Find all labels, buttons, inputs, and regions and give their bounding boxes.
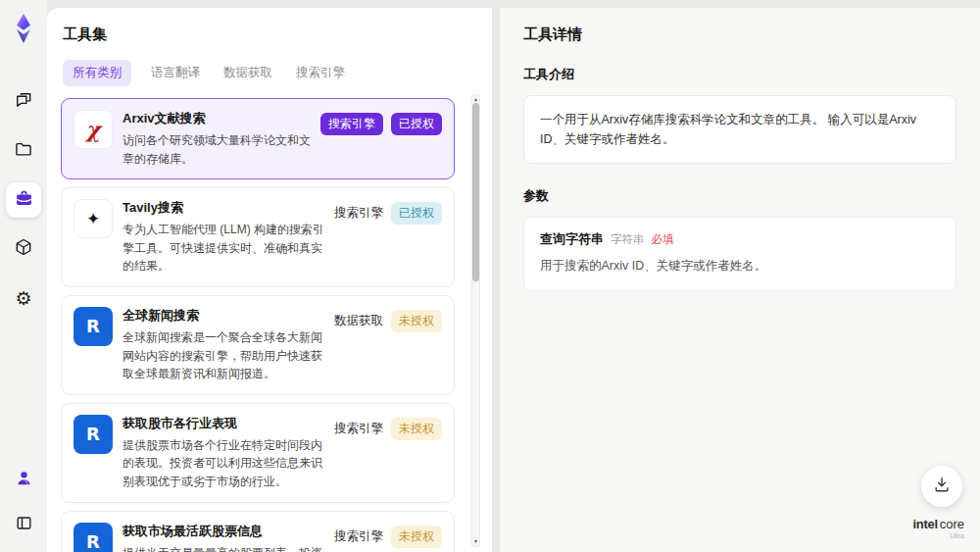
tool-card[interactable]: ✦ Tavily搜索 专为人工智能代理 (LLM) 构建的搜索引擎工具。可快速提… bbox=[61, 187, 455, 287]
tool-auth-badge: 未授权 bbox=[391, 526, 442, 548]
category-tabs: 所有类别 语言翻译 数据获取 搜索引擎 bbox=[63, 60, 478, 86]
tool-category-badge: 搜索引擎 bbox=[320, 113, 383, 135]
tool-description: 专为人工智能代理 (LLM) 构建的搜索引擎工具。可快速提供实时、准确和真实的结… bbox=[122, 221, 324, 276]
scroll-down-icon[interactable]: ▾ bbox=[472, 538, 479, 545]
tool-auth-badge: 未授权 bbox=[391, 310, 442, 332]
tool-description: 提供股票市场各个行业在特定时间段内的表现。投资者可以利用这些信息来识别表现优于或… bbox=[122, 436, 324, 491]
tool-auth-badge: 未授权 bbox=[391, 418, 442, 440]
scrollbar-thumb[interactable] bbox=[472, 103, 479, 281]
tab-search-engine[interactable]: 搜索引擎 bbox=[292, 60, 349, 86]
sidebar-item-account[interactable] bbox=[6, 462, 41, 497]
sidebar-item-files[interactable] bbox=[6, 133, 41, 169]
sidebar-item-settings[interactable]: ⚙ bbox=[6, 280, 41, 316]
news-api-logo-icon: R bbox=[86, 318, 100, 335]
news-api-logo-icon: R bbox=[86, 533, 100, 551]
briefcase-icon bbox=[14, 188, 34, 213]
tool-description: 访问各个研究领域大量科学论文和文章的存储库。 bbox=[122, 131, 311, 168]
params-heading: 参数 bbox=[523, 187, 956, 205]
intel-brand-text: intel bbox=[912, 517, 937, 531]
tab-all-categories[interactable]: 所有类别 bbox=[63, 60, 131, 86]
panel-toggle-icon bbox=[15, 514, 33, 536]
tool-category-badge: 数据获取 bbox=[334, 313, 383, 329]
tool-list: χ Arxiv文献搜索 访问各个研究领域大量科学论文和文章的存储库。 搜索引擎 … bbox=[61, 98, 478, 552]
sidebar-item-models[interactable] bbox=[6, 231, 41, 267]
tool-card[interactable]: χ Arxiv文献搜索 访问各个研究领域大量科学论文和文章的存储库。 搜索引擎 … bbox=[61, 98, 455, 179]
left-rail: ⚙ bbox=[0, 0, 47, 552]
tool-card[interactable]: R 获取股市各行业表现 提供股票市场各个行业在特定时间段内的表现。投资者可以利用… bbox=[61, 403, 455, 503]
user-icon bbox=[15, 469, 33, 491]
tool-description: 提供当天交易量最高的股票列表，投资者可以利用这些信息来识别流动性强的股票和潜在的… bbox=[122, 544, 324, 552]
tool-icon: ✦ bbox=[74, 199, 113, 238]
parameter-type: 字符串 bbox=[611, 232, 645, 247]
download-icon bbox=[932, 475, 952, 498]
gear-icon: ⚙ bbox=[15, 289, 31, 308]
news-api-logo-icon: R bbox=[86, 426, 100, 443]
page-title: 工具集 bbox=[63, 25, 478, 44]
tool-icon: χ bbox=[74, 110, 113, 149]
tool-name: 全球新闻搜索 bbox=[122, 307, 324, 325]
folder-icon bbox=[14, 139, 33, 163]
sidebar-item-chat[interactable] bbox=[6, 84, 41, 120]
tool-icon: R bbox=[74, 307, 113, 346]
parameter-name: 查询字符串 bbox=[540, 230, 604, 248]
tool-auth-badge: 已授权 bbox=[391, 202, 442, 225]
parameter-required-flag: 必填 bbox=[652, 232, 674, 247]
tool-category-badge: 搜索引擎 bbox=[334, 205, 383, 222]
tool-card[interactable]: R 获取市场最活跃股票信息 提供当天交易量最高的股票列表，投资者可以利用这些信息… bbox=[61, 511, 455, 552]
tool-description: 全球新闻搜索是一个聚合全球各大新闻网站内容的搜索引擎，帮助用户快速获取全球最新资… bbox=[122, 328, 324, 383]
detail-title: 工具详情 bbox=[523, 25, 956, 44]
tool-detail-panel: 工具详情 工具介绍 一个用于从Arxiv存储库搜索科学论文和文章的工具。 输入可… bbox=[500, 8, 980, 552]
scrollbar[interactable]: ▴ ▾ bbox=[471, 94, 480, 547]
tool-category-badge: 搜索引擎 bbox=[334, 421, 383, 437]
parameter-description: 用于搜索的Arxiv ID、关键字或作者姓名。 bbox=[540, 257, 940, 276]
tab-language-translation[interactable]: 语言翻译 bbox=[147, 60, 204, 86]
sidebar-item-collapse[interactable] bbox=[6, 507, 41, 542]
tool-icon: R bbox=[74, 415, 113, 454]
tool-auth-badge: 已授权 bbox=[391, 113, 442, 135]
download-button[interactable] bbox=[921, 466, 962, 507]
scroll-up-icon[interactable]: ▴ bbox=[472, 96, 479, 103]
tab-data-acquisition[interactable]: 数据获取 bbox=[220, 60, 276, 86]
sidebar-item-tools[interactable] bbox=[6, 182, 41, 218]
intel-sub-text: Ultra bbox=[912, 532, 964, 540]
sparkle-icon: ✦ bbox=[86, 211, 100, 227]
chat-icon bbox=[14, 90, 33, 114]
tool-list-panel: 工具集 所有类别 语言翻译 数据获取 搜索引擎 χ Arxiv文献搜索 访问各个… bbox=[47, 8, 492, 552]
tool-name: Tavily搜索 bbox=[122, 199, 324, 217]
intel-product-text: core bbox=[940, 517, 964, 531]
app-logo-icon bbox=[9, 12, 38, 45]
parameter-item: 查询字符串 字符串 必填 用于搜索的Arxiv ID、关键字或作者姓名。 bbox=[523, 217, 956, 291]
cube-icon bbox=[14, 237, 33, 261]
tool-category-badge: 搜索引擎 bbox=[334, 528, 383, 545]
tool-intro-text: 一个用于从Arxiv存储库搜索科学论文和文章的工具。 输入可以是Arxiv ID… bbox=[523, 95, 956, 164]
tool-card[interactable]: R 全球新闻搜索 全球新闻搜索是一个聚合全球各大新闻网站内容的搜索引擎，帮助用户… bbox=[61, 295, 455, 395]
intro-heading: 工具介绍 bbox=[523, 66, 956, 83]
tool-icon: R bbox=[74, 523, 113, 552]
tool-name: Arxiv文献搜索 bbox=[122, 110, 311, 127]
tool-name: 获取股市各行业表现 bbox=[122, 415, 324, 432]
arxiv-chi-icon: χ bbox=[86, 119, 100, 140]
tool-name: 获取市场最活跃股票信息 bbox=[122, 523, 324, 540]
intel-core-badge: intelcore Ultra bbox=[912, 518, 964, 540]
